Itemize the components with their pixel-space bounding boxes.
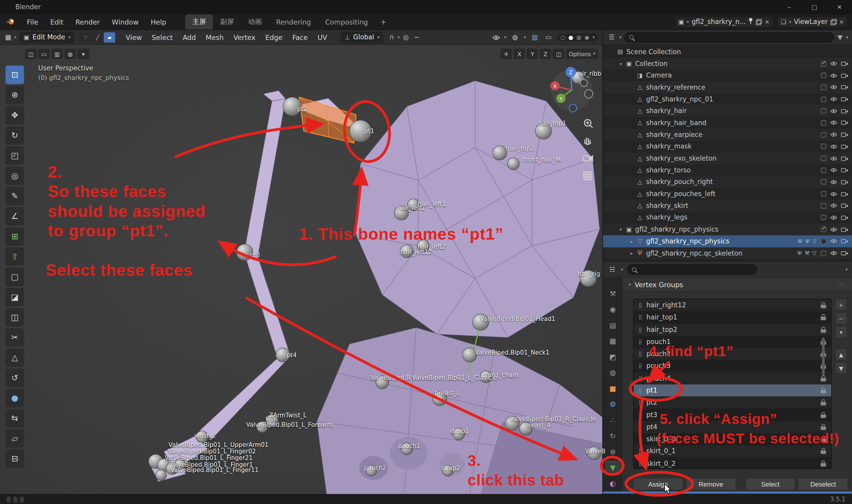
vertex-group-row[interactable]: ⣿ skirt_0_1 — [634, 445, 831, 457]
outliner-row-sharkry-mask[interactable]: △ sharkry_mask — [603, 141, 852, 152]
hide-eye-icon[interactable] — [830, 120, 837, 125]
disable-render-camera-icon[interactable] — [841, 61, 848, 66]
add-cube-tool[interactable]: ⊞ — [5, 227, 24, 246]
disclosure-icon[interactable]: ▸ — [628, 238, 635, 244]
exclude-checkbox[interactable] — [821, 85, 826, 90]
specials-menu-button[interactable]: ▾ — [835, 326, 847, 338]
disable-render-camera-icon[interactable] — [841, 97, 848, 102]
disable-render-camera-icon[interactable] — [841, 168, 848, 173]
view-layer-tab[interactable]: ▦ — [604, 334, 621, 348]
hide-eye-icon[interactable] — [830, 191, 837, 196]
remove-view-layer-icon[interactable]: ✕ — [839, 19, 844, 25]
outliner-row-gfl2-sharkry-npc-01[interactable]: △ gfl2_sharkry_npc_01 — [603, 93, 852, 105]
viewport-menu[interactable]: Vertex — [229, 33, 260, 41]
transform-orientation-selector[interactable]: ⊥ Global ▾ — [341, 31, 383, 43]
lock-icon[interactable] — [820, 436, 826, 442]
viewport-menu[interactable]: Mesh — [201, 33, 229, 41]
header-toggle-icon[interactable]: ▥ — [52, 49, 63, 59]
exclude-checkbox[interactable] — [821, 215, 826, 220]
lock-icon[interactable] — [820, 411, 826, 418]
unlink-scene-icon[interactable]: ✕ — [765, 19, 769, 25]
axis-button[interactable]: Y — [527, 49, 539, 59]
exclude-checkbox[interactable] — [821, 251, 826, 256]
new-view-layer-icon[interactable] — [830, 19, 836, 25]
exclude-checkbox[interactable] — [821, 179, 826, 184]
modifiers-tab[interactable]: ⚙ — [604, 397, 621, 411]
viewport-menu[interactable]: Add — [178, 33, 201, 41]
hide-eye-icon[interactable] — [830, 97, 837, 102]
filter-icon[interactable] — [837, 32, 843, 42]
disable-render-camera-icon[interactable] — [841, 120, 848, 125]
new-scene-icon[interactable] — [756, 19, 762, 25]
object-data-tab[interactable]: ▼ — [604, 460, 621, 474]
constraints-tab[interactable]: ⊛ — [604, 445, 621, 459]
viewport-menu[interactable]: Select — [147, 33, 178, 41]
move-group-up-button[interactable]: ▲ — [835, 348, 847, 361]
head-mesh[interactable] — [356, 81, 600, 338]
panel-resize-highlight[interactable] — [603, 491, 852, 494]
mirror-icon[interactable]: ◫ — [553, 49, 564, 59]
falloff-icon[interactable]: ∼ — [412, 33, 421, 41]
editor-type-icon[interactable]: ☰ — [607, 33, 617, 41]
cursor-tool[interactable]: ⊕ — [5, 86, 24, 104]
exclude-checkbox[interactable] — [821, 132, 826, 137]
object-tab[interactable]: ■ — [604, 381, 621, 395]
loop-cut-tool[interactable]: ◫ — [5, 308, 24, 326]
list-scrollbar[interactable] — [822, 338, 824, 376]
world-tab[interactable]: ◍ — [604, 365, 621, 379]
move-tool[interactable]: ✥ — [5, 106, 24, 125]
hide-eye-icon[interactable] — [830, 227, 837, 232]
outliner-row-sharkry-reference[interactable]: △ sharkry_reference — [603, 81, 852, 93]
particles-tab[interactable]: ∴ — [604, 413, 621, 427]
transform-tool[interactable]: ◎ — [5, 166, 24, 185]
drag-handle-icon[interactable]: ∷∷ — [838, 282, 846, 288]
exclude-checkbox[interactable] — [821, 167, 826, 173]
header-toggle-icon[interactable]: ◫ — [25, 49, 37, 59]
outliner-row-sharkry-hair[interactable]: △ sharkry_hair — [603, 105, 852, 117]
remove-group-button[interactable]: − — [835, 312, 847, 324]
disable-render-camera-icon[interactable] — [841, 180, 848, 184]
mode-selector[interactable]: ▣ Edit Mode ▾ — [19, 31, 74, 43]
disable-render-camera-icon[interactable] — [841, 227, 848, 232]
outliner-row-sharkry-pouches-left[interactable]: △ sharkry_pouches_left — [603, 188, 852, 200]
lock-icon[interactable] — [820, 326, 826, 333]
vertex-select-mode-button[interactable]: ∵ — [80, 32, 91, 42]
shear-tool[interactable]: ▱ — [5, 429, 24, 448]
viewport-menu[interactable]: Edge — [260, 33, 287, 41]
measure-tool[interactable]: ∠ — [5, 207, 24, 226]
material-shading-icon[interactable]: ◍ — [577, 34, 581, 40]
lock-icon[interactable] — [820, 424, 826, 430]
face-select-mode-button[interactable]: ▰ — [104, 32, 115, 42]
material-tab[interactable]: ◐ — [604, 476, 621, 490]
outliner-row-sharkry-skirt[interactable]: △ sharkry_skirt — [603, 200, 852, 212]
outliner-row-sharkry-hair-band[interactable]: △ sharkry_hair_band — [603, 117, 852, 129]
navigation-gizmo[interactable]: Z X Y — [550, 67, 593, 112]
disclosure-icon[interactable]: ▾ — [617, 227, 624, 232]
vertex-group-row[interactable]: ⣿ pt1 — [634, 384, 831, 396]
move-group-down-button[interactable]: ▼ — [835, 362, 847, 374]
outliner-row-sharkry-earpiece[interactable]: △ sharkry_earpiece — [603, 129, 852, 141]
scale-tool[interactable]: ◰ — [5, 146, 24, 165]
outliner-row-physics-collection[interactable]: ▾ ▣ gfl2_sharkry_npc_physics — [603, 223, 852, 235]
menubar-menu[interactable]: Edit — [44, 18, 69, 26]
disclosure-icon[interactable]: ▸ — [628, 251, 635, 256]
outliner-row-sharkry-torso[interactable]: △ sharkry_torso — [603, 164, 852, 176]
disable-render-camera-icon[interactable] — [841, 203, 848, 208]
hide-eye-icon[interactable] — [830, 251, 837, 255]
hide-eye-icon[interactable] — [830, 215, 837, 220]
remove-button[interactable]: Remove — [686, 478, 736, 490]
select-button[interactable]: Select — [745, 478, 795, 490]
outliner-row-sharkry-legs[interactable]: △ sharkry_legs — [603, 212, 852, 223]
vertex-group-row[interactable]: ⣿ pouch1 — [634, 336, 831, 348]
proportional-editing-icon[interactable]: ◎ — [401, 33, 411, 41]
outliner-row-qc-skeleton[interactable]: ▸ Ψ gfl2_sharkry_npc.qc_skeleton Ψ ⚒ ▽ — [603, 247, 852, 259]
workspace-tab[interactable]: 副屏 — [213, 14, 241, 30]
vertex-groups-panel-header[interactable]: ▾ Vertex Groups ∷∷ — [623, 278, 852, 292]
disable-render-camera-icon[interactable] — [841, 132, 848, 137]
editor-type-icon[interactable]: ▦ — [3, 33, 13, 41]
vertex-group-row[interactable]: ⣿ skirt_0_0 — [634, 433, 831, 445]
snap-magnet-icon[interactable]: ∩ — [387, 33, 396, 41]
vertex-group-row[interactable]: ⣿ hair_right12 — [634, 299, 831, 311]
torso-mesh[interactable] — [317, 328, 603, 494]
exclude-checkbox[interactable] — [821, 191, 826, 196]
